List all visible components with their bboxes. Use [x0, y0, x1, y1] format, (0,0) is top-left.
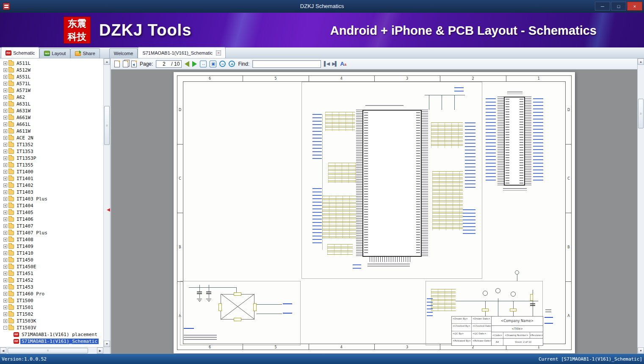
- tree-folder-item[interactable]: +IT1408: [0, 236, 103, 243]
- find-previous-icon[interactable]: ▌◀: [324, 61, 329, 67]
- scrollbar-thumb[interactable]: ≡: [104, 106, 110, 145]
- scroll-right-icon[interactable]: ▶: [97, 347, 103, 354]
- expand-icon[interactable]: +: [3, 102, 7, 106]
- zoom-out-icon[interactable]: −: [219, 61, 226, 67]
- tree-folder-item[interactable]: +IT1404: [0, 202, 103, 209]
- tree-folder-item[interactable]: +IT1409: [0, 243, 103, 250]
- tree-folder-item[interactable]: +A62: [0, 94, 103, 100]
- expand-icon[interactable]: +: [3, 89, 7, 92]
- fit-page-icon[interactable]: ▣: [210, 61, 216, 67]
- expand-icon[interactable]: +: [3, 245, 7, 248]
- expand-icon[interactable]: +: [3, 265, 7, 269]
- zoom-in-icon[interactable]: +: [229, 61, 235, 67]
- expand-icon[interactable]: +: [3, 306, 7, 309]
- expand-icon[interactable]: +: [3, 150, 7, 153]
- expand-icon[interactable]: +: [3, 204, 7, 208]
- tree-folder-item[interactable]: +IT1403 Plus: [0, 195, 103, 202]
- tab-layout[interactable]: PADS Layout: [39, 48, 70, 58]
- sidebar-horizontal-scrollbar[interactable]: ◀ ≡ ▶: [0, 347, 103, 354]
- expand-icon[interactable]: +: [3, 231, 7, 235]
- expand-icon[interactable]: +: [3, 312, 7, 316]
- tree-folder-item[interactable]: +IT1450: [0, 256, 103, 263]
- tree-folder-item[interactable]: +IT1353: [0, 148, 103, 155]
- tree-folder-item[interactable]: +A571W: [0, 87, 103, 94]
- scroll-left-icon[interactable]: ◀: [0, 347, 6, 354]
- tab-schematic[interactable]: PDF Schematic: [1, 47, 39, 58]
- collapse-icon[interactable]: -: [3, 326, 7, 330]
- tree-folder-item[interactable]: +IT1406: [0, 216, 103, 222]
- tree-folder-item[interactable]: +IT1352: [0, 141, 103, 148]
- scrollbar-thumb[interactable]: ≡: [638, 99, 644, 128]
- expand-icon[interactable]: +: [3, 238, 7, 242]
- expand-icon[interactable]: +: [3, 177, 7, 181]
- expand-icon[interactable]: +: [3, 82, 7, 86]
- expand-icon[interactable]: +: [3, 197, 7, 201]
- expand-icon[interactable]: +: [3, 292, 7, 296]
- expand-icon[interactable]: +: [3, 217, 7, 221]
- tree-folder-item[interactable]: +IT1451: [0, 270, 103, 277]
- expand-icon[interactable]: +: [3, 136, 7, 140]
- tree-folder-item[interactable]: +A512W: [0, 67, 103, 73]
- tab-document[interactable]: S71MAOAB1-1(V161)_Schematic ×: [138, 47, 226, 58]
- expand-icon[interactable]: +: [3, 211, 7, 214]
- tree-folder-item[interactable]: +IT1405: [0, 209, 103, 216]
- text-size-icon[interactable]: Aa: [340, 61, 346, 67]
- panel-collapse-icon[interactable]: ◀: [107, 208, 110, 212]
- tree-folder-item[interactable]: +A661L: [0, 121, 103, 128]
- expand-icon[interactable]: +: [3, 170, 7, 174]
- fit-width-icon[interactable]: ↔: [200, 61, 207, 67]
- next-page-button[interactable]: [192, 61, 197, 67]
- tree-folder-item[interactable]: +IT1402: [0, 182, 103, 189]
- tree-folder-item[interactable]: +IT1403: [0, 189, 103, 195]
- tree-folder-item[interactable]: +A611W: [0, 128, 103, 134]
- expand-icon[interactable]: +: [3, 319, 7, 323]
- tab-welcome[interactable]: Welcome: [109, 48, 138, 58]
- tree-folder-item[interactable]: +A661W: [0, 114, 103, 121]
- tree-folder-item[interactable]: +IT1503K: [0, 317, 103, 324]
- tree-folder-item[interactable]: +IT1452: [0, 277, 103, 283]
- maximize-button[interactable]: □: [611, 2, 626, 11]
- tree-doc-item[interactable]: PDFS71MAOAB1-1(V161) placement: [0, 331, 103, 338]
- tab-close-icon[interactable]: ×: [216, 50, 221, 56]
- expand-icon[interactable]: +: [3, 299, 7, 303]
- single-page-view-icon[interactable]: [114, 61, 120, 67]
- tree-folder-item[interactable]: +IT1353P: [0, 155, 103, 161]
- minimize-button[interactable]: ─: [595, 2, 610, 11]
- tree-folder-item[interactable]: +IT1407: [0, 222, 103, 229]
- expand-icon[interactable]: +: [3, 278, 7, 282]
- tree-folder-item[interactable]: +IT1501: [0, 304, 103, 311]
- scroll-up-icon[interactable]: ▲: [638, 58, 644, 65]
- expand-icon[interactable]: +: [3, 272, 7, 275]
- sidebar-vertical-scrollbar[interactable]: ▲ ≡ ▼: [103, 58, 110, 347]
- tree-folder-item[interactable]: -IT1503V: [0, 324, 103, 331]
- tree-doc-item[interactable]: PDFS71MAOAB1-1(V161)_Schematic: [0, 338, 103, 345]
- tree-folder-item[interactable]: +A511L: [0, 60, 103, 67]
- tree-folder-item[interactable]: +IT1500: [0, 297, 103, 304]
- expand-icon[interactable]: +: [3, 258, 7, 262]
- find-input[interactable]: [254, 61, 318, 67]
- scroll-down-icon[interactable]: ▼: [638, 347, 644, 354]
- expand-icon[interactable]: +: [3, 143, 7, 147]
- document-viewport[interactable]: 654321 654321 DCBA DCBA: [111, 69, 637, 354]
- tree-folder-item[interactable]: +A631L: [0, 100, 103, 107]
- expand-icon[interactable]: +: [3, 251, 7, 255]
- expand-icon[interactable]: +: [3, 224, 7, 228]
- tree-folder-item[interactable]: +IT1450E: [0, 263, 103, 270]
- tree-folder-item[interactable]: +IT1410: [0, 250, 103, 256]
- previous-page-button[interactable]: [185, 61, 189, 67]
- tree-folder-item[interactable]: +A571L: [0, 80, 103, 87]
- tree-folder-item[interactable]: +IT1400: [0, 168, 103, 175]
- tree-folder-item[interactable]: +IT1453: [0, 283, 103, 290]
- continuous-view-icon[interactable]: [131, 61, 137, 67]
- scrollbar-thumb[interactable]: ≡: [8, 348, 88, 353]
- page-number-field[interactable]: / 10: [156, 60, 182, 68]
- tree-folder-item[interactable]: +IT1502: [0, 311, 103, 317]
- expand-icon[interactable]: +: [3, 190, 7, 194]
- tree-folder-item[interactable]: +A631W: [0, 107, 103, 114]
- page-number-input[interactable]: [158, 61, 170, 67]
- facing-pages-view-icon[interactable]: [123, 61, 128, 67]
- tab-share[interactable]: Share: [70, 48, 100, 58]
- viewport-vertical-scrollbar[interactable]: ▲ ≡ ▼: [637, 58, 644, 354]
- expand-icon[interactable]: +: [3, 285, 7, 289]
- tree-folder-item[interactable]: +IT1460 Pro: [0, 290, 103, 297]
